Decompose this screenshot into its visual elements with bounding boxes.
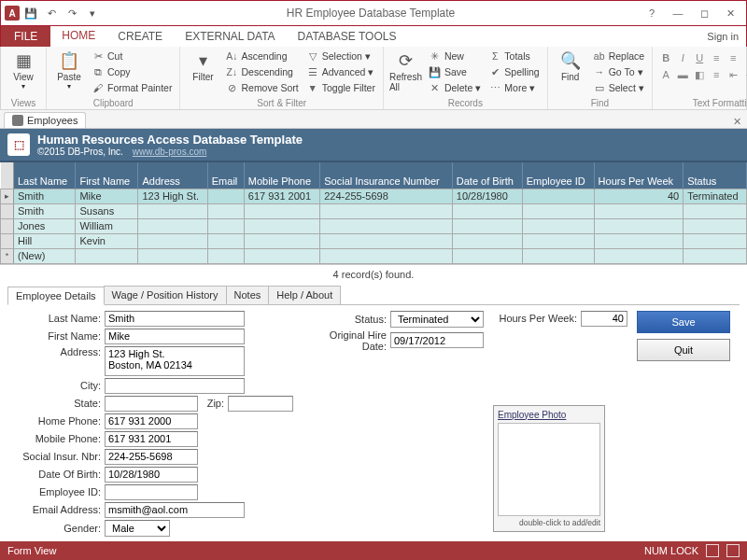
col-email[interactable]: Email [207, 162, 244, 189]
address-input[interactable] [105, 346, 245, 376]
align-right-button[interactable]: ≡ [742, 50, 747, 65]
paste-button[interactable]: 📋Paste▾ [52, 49, 86, 92]
status-select[interactable]: Terminated [390, 311, 484, 328]
hpw-input[interactable] [581, 311, 627, 327]
row-selector[interactable] [1, 218, 14, 233]
dtab-notes[interactable]: Notes [226, 286, 270, 304]
zip-input[interactable] [228, 396, 293, 412]
col-dob[interactable]: Date of Birth [452, 162, 522, 189]
totals-button[interactable]: ΣTotals [486, 49, 541, 63]
qat-undo-icon[interactable]: ↶ [42, 4, 61, 22]
qat-customize-icon[interactable]: ▾ [83, 4, 102, 22]
doc-tab-employees[interactable]: Employees [4, 112, 86, 128]
help-icon[interactable]: ? [640, 4, 664, 22]
col-address[interactable]: Address [138, 162, 207, 189]
col-status[interactable]: Status [684, 162, 747, 189]
indent-dec-button[interactable]: ⇤ [726, 67, 740, 82]
hire-date-input[interactable] [390, 332, 484, 348]
sort-desc-button[interactable]: Z↓Descending [223, 64, 300, 79]
city-input[interactable] [105, 378, 245, 394]
photo-frame[interactable] [498, 423, 600, 516]
save-button[interactable]: Save [637, 311, 730, 333]
tab-home[interactable]: HOME [50, 26, 106, 47]
highlight-button[interactable]: ▬ [675, 67, 690, 82]
more-button[interactable]: ⋯More ▾ [486, 80, 541, 95]
sort-desc-icon: Z↓ [225, 66, 238, 77]
delete-record-button[interactable]: ✕Delete ▾ [427, 80, 483, 95]
row-selector[interactable]: * [1, 248, 14, 263]
email-input[interactable] [105, 502, 245, 518]
col-first-name[interactable]: First Name [76, 162, 138, 189]
sin-input[interactable] [105, 449, 198, 465]
table-row[interactable]: HillKevin [1, 233, 747, 248]
remove-sort-button[interactable]: ⊘Remove Sort [223, 80, 300, 95]
dob-input[interactable] [105, 467, 198, 483]
qat-save-icon[interactable]: 💾 [21, 4, 40, 22]
minimize-icon[interactable]: — [666, 4, 690, 22]
fill-button[interactable]: ◧ [692, 67, 707, 82]
save-record-button[interactable]: 💾Save [427, 64, 483, 79]
underline-button[interactable]: U [692, 50, 707, 65]
table-row[interactable]: JonesWilliam [1, 218, 747, 233]
photo-title: Employee Photo [498, 410, 600, 420]
eid-input[interactable] [105, 484, 198, 500]
state-input[interactable] [105, 396, 198, 412]
indent-inc-button[interactable]: ⇥ [742, 67, 747, 82]
advanced-button[interactable]: ☰Advanced ▾ [304, 64, 377, 79]
row-selector[interactable] [1, 203, 14, 218]
goto-button[interactable]: →Go To ▾ [591, 64, 647, 79]
select-button[interactable]: ▭Select ▾ [591, 80, 647, 95]
maximize-icon[interactable]: ◻ [692, 4, 716, 22]
italic-button[interactable]: I [675, 50, 690, 65]
spelling-button[interactable]: ✔Spelling [486, 64, 541, 79]
tab-file[interactable]: FILE [1, 26, 50, 47]
close-icon[interactable]: ✕ [718, 4, 742, 22]
header-link[interactable]: www.db-pros.com [133, 147, 206, 157]
dtab-wage[interactable]: Wage / Position History [104, 286, 227, 304]
quit-button[interactable]: Quit [637, 339, 730, 361]
dtab-help[interactable]: Help / About [268, 286, 341, 304]
view-datasheet-icon[interactable] [726, 544, 740, 557]
col-employee-id[interactable]: Employee ID [522, 162, 594, 189]
bold-button[interactable]: B [658, 50, 673, 65]
align-center-button[interactable]: ≡ [726, 50, 740, 65]
sort-asc-button[interactable]: A↓Ascending [223, 49, 300, 63]
tab-create[interactable]: CREATE [106, 26, 174, 47]
doc-tab-close-icon[interactable]: ✕ [727, 116, 747, 128]
col-sin[interactable]: Social Insurance Number [320, 162, 453, 189]
photo-box[interactable]: Employee Photo double-click to add/edit [493, 405, 605, 532]
row-selector[interactable]: ▸ [1, 189, 14, 203]
filter-button[interactable]: ▾Filter [186, 49, 219, 84]
mobile-phone-input[interactable] [105, 431, 198, 447]
format-painter-button[interactable]: 🖌Format Painter [90, 80, 174, 95]
sign-in-link[interactable]: Sign in [699, 26, 746, 47]
last-name-input[interactable] [105, 311, 245, 327]
replace-button[interactable]: abReplace [591, 49, 647, 63]
find-button[interactable]: 🔍Find [554, 49, 587, 84]
copy-button[interactable]: ⧉Copy [90, 64, 174, 79]
home-phone-input[interactable] [105, 413, 198, 429]
refresh-all-button[interactable]: ⟳Refresh All [389, 49, 423, 94]
table-row[interactable]: ▸ SmithMike123 High St. 617 931 2001224-… [1, 189, 747, 203]
first-name-input[interactable] [105, 329, 245, 344]
align-left-button[interactable]: ≡ [709, 50, 724, 65]
table-row-new[interactable]: *(New) [1, 248, 747, 263]
view-form-icon[interactable] [706, 544, 719, 557]
tab-external-data[interactable]: EXTERNAL DATA [174, 26, 286, 47]
qat-redo-icon[interactable]: ↷ [63, 4, 81, 22]
toggle-filter-button[interactable]: ▼Toggle Filter [304, 80, 377, 95]
cut-button[interactable]: ✂Cut [90, 49, 174, 63]
col-last-name[interactable]: Last Name [14, 162, 76, 189]
selection-button[interactable]: ▽Selection ▾ [304, 49, 377, 63]
gender-select[interactable]: Male [105, 520, 170, 537]
dtab-details[interactable]: Employee Details [7, 287, 105, 305]
table-row[interactable]: SmithSusans [1, 203, 747, 218]
font-color-button[interactable]: A [658, 67, 673, 82]
new-record-button[interactable]: ✳New [427, 49, 483, 63]
col-hpw[interactable]: Hours Per Week [594, 162, 684, 189]
justify-button[interactable]: ≡ [709, 67, 724, 82]
row-selector[interactable] [1, 233, 14, 248]
tab-database-tools[interactable]: DATABASE TOOLS [287, 26, 408, 47]
view-button[interactable]: ▦View▾ [7, 49, 40, 92]
col-mobile-phone[interactable]: Mobile Phone [244, 162, 319, 189]
